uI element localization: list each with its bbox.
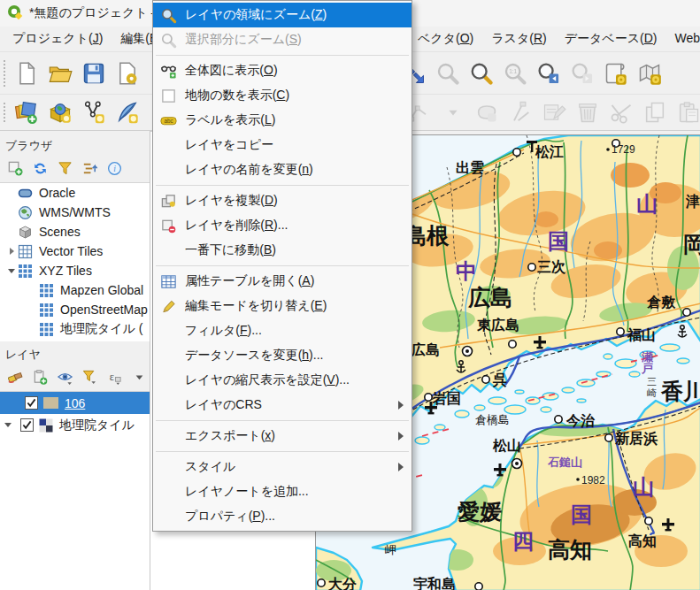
browser-item-openstreetmap[interactable]: OpenStreetMap — [0, 300, 150, 319]
manage-visibility-button[interactable] — [57, 369, 73, 386]
new-spatialite-layer-button[interactable] — [113, 98, 142, 126]
menu-item-label: 地物の数を表示(C) — [181, 88, 289, 103]
browser-item-label: WMS/WMTS — [39, 205, 111, 219]
new-print-layout-button[interactable] — [602, 59, 630, 88]
filter-expression-button[interactable]: ε — [106, 369, 123, 386]
toolbar-grip[interactable] — [3, 102, 6, 123]
map-label: 三崎 — [647, 376, 657, 398]
map-label: 倉橋島 — [475, 413, 510, 426]
filter-browser-button[interactable] — [57, 160, 73, 177]
map-label: 東広島 — [476, 317, 519, 333]
wms-icon — [18, 205, 33, 220]
no-icon — [160, 458, 181, 476]
toolbar-grip[interactable] — [3, 59, 6, 87]
peak-dot — [606, 148, 610, 151]
town-marker — [645, 517, 652, 525]
layer-visibility-checkbox[interactable] — [20, 418, 34, 432]
no-icon — [160, 483, 181, 501]
expander-open-icon[interactable] — [2, 423, 13, 427]
menubar-item-right-1[interactable]: ラスタ(R) — [482, 27, 555, 51]
project-properties-button[interactable] — [113, 59, 142, 88]
menu-item-label: レイヤを削除(R)... — [181, 218, 288, 234]
context-menu-item-10[interactable]: レイヤを削除(R)... — [153, 213, 412, 238]
add-group-button[interactable] — [32, 369, 49, 386]
town-marker — [555, 416, 562, 423]
browser-item-oracle[interactable]: Oracle — [0, 183, 150, 203]
town-marker — [513, 149, 520, 156]
expander-closed-icon[interactable] — [5, 248, 18, 255]
new-project-button[interactable] — [12, 59, 41, 88]
town-marker — [475, 583, 482, 590]
expand-caret-button[interactable] — [131, 369, 148, 386]
collapse-all-button[interactable] — [81, 160, 98, 177]
browser-item-wms-wmts[interactable]: WMS/WMTS — [0, 203, 150, 222]
browser-item-label: XYZ Tiles — [39, 264, 92, 278]
town-marker — [617, 328, 624, 335]
browser-item--[interactable]: 地理院タイル ( — [0, 319, 150, 339]
map-label: 瀬戸 — [641, 350, 654, 375]
context-menu-item-4[interactable]: 地物の数を表示(C) — [153, 83, 412, 108]
layer-visibility-checkbox[interactable] — [25, 396, 38, 410]
svg-text:1:1: 1:1 — [509, 68, 517, 74]
context-menu-item-13[interactable]: 属性テーブルを開く(A) — [153, 269, 412, 294]
new-shapefile-layer-button[interactable] — [80, 98, 108, 126]
save-project-button[interactable] — [80, 59, 108, 88]
menu-item-label: レイヤを複製(D) — [181, 193, 278, 209]
menubar-item-right-3[interactable]: Web(W) — [665, 27, 700, 51]
menubar-item-right-2[interactable]: データベース(D) — [556, 27, 666, 51]
menubar-item-left-0[interactable]: プロジェクト(J) — [4, 27, 112, 51]
zoom-last-button[interactable] — [535, 59, 563, 88]
layer-row-106[interactable]: 106 — [0, 392, 150, 414]
expander-open-icon[interactable] — [5, 269, 18, 273]
no-icon — [160, 347, 181, 364]
properties-info-button[interactable]: i — [106, 160, 123, 177]
context-menu-item-18[interactable]: レイヤのCRS — [153, 393, 412, 418]
no-icon — [160, 508, 181, 525]
xyz-icon — [39, 322, 54, 337]
map-label: 岩国 — [432, 391, 461, 406]
zoom-to-layer-button[interactable] — [467, 59, 496, 88]
show-layout-manager-button[interactable] — [635, 59, 664, 88]
context-menu-item-23[interactable]: レイヤノートを追加... — [153, 479, 412, 504]
add-selected-layer-button[interactable] — [7, 160, 24, 177]
context-menu-item-11[interactable]: 一番下に移動(B) — [153, 238, 412, 263]
context-menu-item-22[interactable]: スタイル — [153, 455, 412, 479]
menu-item-label: 属性テーブルを開く(A) — [181, 273, 314, 289]
context-menu-item-9[interactable]: レイヤを複製(D) — [153, 188, 412, 213]
context-menu-item-5[interactable]: abcラベルを表示(L) — [153, 108, 412, 133]
menu-item-label: 選択部分にズーム(S) — [181, 32, 302, 48]
context-menu-item-6[interactable]: レイヤをコピー — [153, 133, 412, 157]
layer-row--[interactable]: 地理院タイル — [0, 414, 150, 436]
refresh-button[interactable] — [32, 160, 49, 177]
data-source-manager-button[interactable] — [12, 98, 41, 126]
context-menu-item-15[interactable]: フィルタ(F)... — [153, 318, 412, 343]
context-menu-item-20[interactable]: エクスポート(x) — [153, 424, 412, 448]
browser-item-mapzen-global[interactable]: Mapzen Global — [0, 280, 150, 300]
new-geopackage-layer-button[interactable] — [46, 98, 74, 126]
browser-item-label: Mapzen Global — [60, 283, 143, 297]
context-menu-item-7[interactable]: レイヤの名前を変更(n) — [153, 157, 412, 182]
open-layer-styling-button[interactable] — [7, 369, 24, 386]
map-label: 広島 — [411, 341, 440, 357]
menu-pencil-icon — [160, 297, 181, 315]
context-menu-item-0[interactable]: レイヤの領域にズーム(Z) — [153, 3, 412, 27]
scenes-icon — [18, 225, 33, 240]
menu-item-label: プロパティ(P)... — [181, 509, 275, 525]
browser-item-xyz-tiles[interactable]: XYZ Tiles — [0, 261, 150, 280]
no-icon — [160, 322, 181, 340]
browser-item-vector-tiles[interactable]: Vector Tiles — [0, 241, 150, 261]
context-menu-item-16[interactable]: データソースを変更(h)... — [153, 343, 412, 368]
menubar-item-right-0[interactable]: ベクタ(O) — [409, 27, 482, 51]
menu-separator — [156, 55, 409, 56]
context-menu-item-3[interactable]: 全体図に表示(O) — [153, 58, 412, 83]
map-label: 出雲 — [456, 160, 484, 175]
context-menu-item-14[interactable]: 編集モードを切り替え(E) — [153, 294, 412, 318]
no-icon — [160, 372, 181, 389]
submenu-arrow-icon — [398, 432, 404, 441]
browser-item-scenes[interactable]: Scenes — [0, 222, 150, 241]
layer-name-label: 地理院タイル — [59, 418, 135, 433]
context-menu-item-24[interactable]: プロパティ(P)... — [153, 504, 412, 529]
context-menu-item-17[interactable]: レイヤの縮尺表示を設定(V)... — [153, 368, 412, 393]
filter-legend-button[interactable] — [81, 369, 98, 386]
open-project-button[interactable] — [46, 59, 74, 88]
